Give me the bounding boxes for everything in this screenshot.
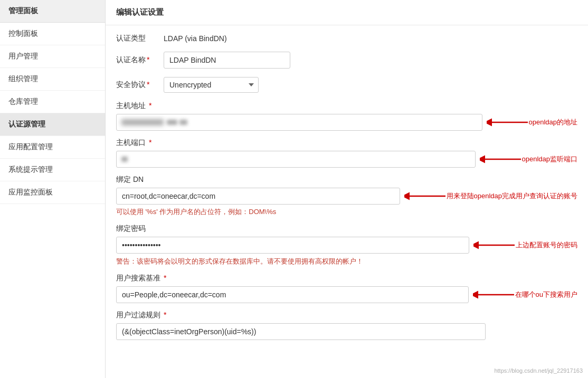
port-input-wrapper	[116, 151, 476, 168]
user-search-arrow-annotation: 在哪个ou下搜索用户	[473, 287, 577, 302]
sidebar-item-auth[interactable]: 认证源管理	[0, 113, 105, 136]
auth-name-input[interactable]	[164, 52, 290, 69]
host-arrow-annotation: openldap的地址	[487, 115, 578, 130]
security-protocol-row: 安全协议* Unencrypted LDAPS StartTLS	[116, 77, 577, 93]
user-filter-label: 用户过滤规则 *	[116, 311, 577, 320]
bind-pw-warning: 警告：该密码将会以明文的形式保存在数据库中。请不要使用拥有高权限的帐户！	[116, 257, 577, 266]
host-input[interactable]	[116, 114, 482, 131]
user-search-annotation-group: 在哪个ou下搜索用户	[116, 286, 577, 303]
auth-type-label: 认证类型	[116, 34, 164, 43]
bind-pw-annotation-text: 上边配置账号的密码	[516, 240, 577, 250]
host-address-section: 主机地址 *	[116, 101, 577, 131]
port-input[interactable]	[116, 151, 476, 168]
auth-type-value: LDAP (via BindDN)	[164, 34, 227, 43]
bind-dn-hint: 可以使用 '%s' 作为用户名的占位符，例如：DOM\%s	[116, 207, 577, 217]
user-search-annotation-text: 在哪个ou下搜索用户	[515, 290, 577, 299]
sidebar-item-users[interactable]: 用户管理	[0, 45, 105, 68]
security-label: 安全协议*	[116, 80, 164, 90]
port-arrow-icon	[480, 152, 522, 167]
port-annotation-group: openldap监听端口	[116, 151, 577, 168]
bind-pw-section: 绑定密码 上边配置账号的密码	[116, 224, 577, 266]
security-select[interactable]: Unencrypted LDAPS StartTLS	[164, 77, 259, 93]
bind-dn-input[interactable]	[116, 188, 400, 205]
bind-dn-input-wrapper	[116, 188, 400, 205]
bind-pw-input-wrapper	[116, 237, 469, 254]
sidebar-item-repos[interactable]: 仓库管理	[0, 91, 105, 113]
page-title: 编辑认证设置	[106, 0, 588, 25]
sidebar-item-organizations[interactable]: 组织管理	[0, 68, 105, 91]
host-annotation-group: openldap的地址	[116, 114, 577, 131]
bind-pw-input[interactable]	[116, 237, 469, 254]
sidebar-item-system-notice[interactable]: 系统提示管理	[0, 159, 105, 181]
bind-dn-section: 绑定 DN 用来登陆openldap完成用户查询认证的账号	[116, 175, 577, 217]
bind-pw-arrow-annotation: 上边配置账号的密码	[473, 238, 577, 253]
port-annotation-text: openldap监听端口	[522, 154, 578, 164]
bind-dn-label: 绑定 DN	[116, 175, 577, 185]
auth-name-row: 认证名称*	[116, 52, 577, 69]
user-filter-input-wrapper	[116, 323, 486, 340]
user-search-label: 用户搜索基准 *	[116, 274, 577, 283]
user-filter-section: 用户过滤规则 *	[116, 311, 577, 340]
host-label: 主机地址 *	[116, 101, 577, 111]
host-annotation-text: openldap的地址	[529, 118, 578, 127]
watermark: https://blog.csdn.net/jql_22917163	[494, 367, 583, 374]
sidebar-item-app-config[interactable]: 应用配置管理	[0, 136, 105, 159]
user-search-arrow-icon	[473, 287, 515, 302]
main-content: 编辑认证设置 认证类型 LDAP (via BindDN) 认证名称* 安全协议…	[106, 0, 588, 378]
port-arrow-annotation: openldap监听端口	[480, 152, 578, 167]
auth-name-label: 认证名称*	[116, 55, 164, 65]
bind-pw-annotation-group: 上边配置账号的密码	[116, 237, 577, 254]
host-input-container	[116, 114, 482, 131]
host-arrow-icon	[487, 115, 529, 130]
bind-dn-arrow-annotation: 用来登陆openldap完成用户查询认证的账号	[404, 189, 578, 203]
bind-pw-label: 绑定密码	[116, 224, 577, 234]
sidebar: 管理面板 控制面板 用户管理 组织管理 仓库管理 认证源管理 应用配置管理 系统…	[0, 0, 106, 378]
sidebar-title: 管理面板	[0, 0, 105, 23]
user-search-input-wrapper	[116, 286, 469, 303]
user-search-input[interactable]	[116, 286, 469, 303]
sidebar-item-dashboard[interactable]: 控制面板	[0, 23, 105, 45]
bind-dn-arrow-icon	[404, 189, 447, 203]
port-section: 主机端口 *	[116, 138, 577, 168]
bind-dn-annotation-text: 用来登陆openldap完成用户查询认证的账号	[447, 191, 578, 201]
sidebar-item-monitor[interactable]: 应用监控面板	[0, 181, 105, 204]
form-container: 认证类型 LDAP (via BindDN) 认证名称* 安全协议* Unenc…	[106, 25, 588, 356]
port-label: 主机端口 *	[116, 138, 577, 148]
user-search-section: 用户搜索基准 * 在哪个ou下搜索用户	[116, 274, 577, 303]
bind-dn-annotation-group: 用来登陆openldap完成用户查询认证的账号	[116, 188, 577, 205]
auth-type-row: 认证类型 LDAP (via BindDN)	[116, 34, 577, 43]
bind-pw-arrow-icon	[473, 238, 516, 253]
user-filter-input[interactable]	[116, 323, 486, 340]
